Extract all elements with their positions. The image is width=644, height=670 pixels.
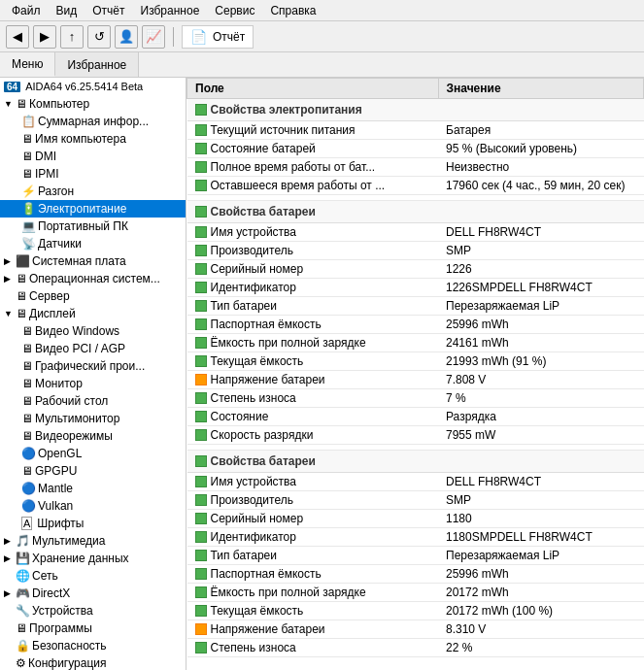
- sidebar-item-summary[interactable]: 📋 Суммарная инфор...: [0, 113, 186, 130]
- app-version-item[interactable]: 64 AIDA64 v6.25.5414 Beta: [0, 78, 186, 95]
- field-icon-2-0: [195, 476, 207, 487]
- gpu-icon: 🖥: [21, 359, 33, 373]
- field-icon-1-9: [195, 392, 207, 404]
- field-name-1-6: Ёмкость при полной зарядке: [211, 336, 366, 350]
- field-value-0-1: 95 % (Высокий уровень): [438, 140, 644, 158]
- sidebar-item-network[interactable]: 🌐 Сеть: [0, 567, 186, 585]
- sidebar-item-gpgpu[interactable]: 🖥 GPGPU: [0, 462, 186, 480]
- summary-icon: 📋: [21, 115, 36, 128]
- menu-report[interactable]: Отчёт: [85, 2, 132, 19]
- sidebar-item-monitor[interactable]: 🖥 Монитор: [0, 375, 186, 392]
- tab-menu[interactable]: Меню: [0, 52, 55, 77]
- user-button[interactable]: 👤: [115, 25, 138, 49]
- data-table: Поле Значение Свойства электропитанияТек…: [186, 78, 644, 657]
- sidebar-item-devices[interactable]: 🔧 Устройства: [0, 602, 186, 620]
- sidebar-item-security[interactable]: 🔒 Безопасность: [0, 637, 186, 654]
- sidebar-item-config[interactable]: ⚙ Конфигурация: [0, 654, 186, 670]
- sidebar-item-display[interactable]: ▼ 🖥 Дисплей: [0, 305, 186, 322]
- field-icon-2-8: [195, 623, 207, 635]
- menu-favorites[interactable]: Избранное: [133, 2, 208, 19]
- menu-service[interactable]: Сервис: [207, 2, 262, 19]
- refresh-button[interactable]: ↺: [87, 25, 111, 49]
- menu-file[interactable]: Файл: [4, 2, 49, 19]
- menu-help[interactable]: Справка: [262, 2, 323, 19]
- sidebar-item-dmi[interactable]: 🖥 DMI: [0, 148, 186, 165]
- sidebar-item-storage[interactable]: ▶ 💾 Хранение данных: [0, 550, 186, 567]
- field-name-1-2: Серийный номер: [211, 262, 304, 276]
- sidebar-item-videomodes[interactable]: 🖥 Видеорежимы: [0, 427, 186, 445]
- opengl-icon: 🔵: [21, 447, 36, 460]
- sidebar-label-video-windows: Видео Windows: [35, 324, 119, 338]
- sidebar-item-gpu[interactable]: 🖥 Графический прои...: [0, 357, 186, 375]
- sidebar-label-vulkan: Vulkan: [38, 499, 73, 513]
- forward-button[interactable]: ▶: [33, 25, 56, 49]
- field-name-0-2: Полное время работы от бат...: [211, 160, 376, 174]
- sidebar-item-opengl[interactable]: 🔵 OpenGL: [0, 445, 186, 462]
- sidebar-item-computer-name[interactable]: 🖥 Имя компьютера: [0, 130, 186, 148]
- field-name-2-2: Серийный номер: [211, 512, 304, 525]
- sidebar-label-desktop: Рабочий стол: [35, 394, 108, 408]
- ipmi-icon: 🖥: [21, 167, 33, 181]
- field-value-2-2: 1180: [438, 510, 644, 528]
- sidebar-item-razgon[interactable]: ⚡ Разгон: [0, 183, 186, 200]
- sidebar-item-server[interactable]: 🖥 Сервер: [0, 287, 186, 305]
- back-button[interactable]: ◀: [6, 25, 29, 49]
- sidebar-label-gpu: Графический прои...: [35, 359, 145, 373]
- sidebar-item-fonts[interactable]: A Шрифты: [0, 515, 186, 532]
- table-row: Оставшееся время работы от ...17960 сек …: [187, 177, 644, 195]
- sidebar-item-multimedia[interactable]: ▶ 🎵 Мультимедиа: [0, 532, 186, 550]
- field-value-0-0: Батарея: [438, 121, 644, 140]
- vm-icon: 🖥: [21, 429, 33, 443]
- sidebar-item-motherboard[interactable]: ▶ ⬛ Системная плата: [0, 252, 186, 270]
- report-icon: 📄: [190, 29, 207, 45]
- sidebar-label-mantle: Mantle: [38, 482, 73, 495]
- field-name-1-1: Производитель: [211, 244, 293, 257]
- field-icon-2-3: [195, 531, 207, 543]
- table-row: Имя устройстваDELL FH8RW4CT: [187, 473, 644, 491]
- sidebar-item-programs[interactable]: 🖥 Программы: [0, 620, 186, 637]
- sidebar-label-multimedia: Мультимедиа: [32, 534, 105, 548]
- sidebar-label-summary: Суммарная инфор...: [38, 115, 149, 128]
- desk-icon: 🖥: [21, 394, 33, 408]
- sidebar-item-video-windows[interactable]: 🖥 Видео Windows: [0, 322, 186, 340]
- field-icon-1-8: [195, 374, 207, 385]
- sidebar-item-computer[interactable]: ▼ 🖥 Компьютер: [0, 95, 186, 113]
- table-row: Состояние батарей95 % (Высокий уровень): [187, 140, 644, 158]
- sidebar-item-directx[interactable]: ▶ 🎮 DirectX: [0, 585, 186, 602]
- table-row: Ёмкость при полной зарядке20172 mWh: [187, 584, 644, 602]
- field-icon-1-10: [195, 411, 207, 422]
- table-row: Степень износа7 %: [187, 389, 644, 408]
- field-name-0-3: Оставшееся время работы от ...: [211, 179, 386, 192]
- portable-icon: 💻: [21, 219, 36, 233]
- sidebar-item-power[interactable]: 🔋 Электропитание: [0, 200, 186, 218]
- field-icon-2-4: [195, 550, 207, 561]
- field-name-2-3: Идентификатор: [211, 530, 296, 544]
- col-value: Значение: [438, 79, 644, 99]
- menu-view[interactable]: Вид: [49, 2, 85, 19]
- chart-button[interactable]: 📈: [142, 25, 165, 49]
- sidebar-item-ipmi[interactable]: 🖥 IPMI: [0, 165, 186, 183]
- sidebar-item-video-pci[interactable]: 🖥 Видео PCI / AGP: [0, 340, 186, 357]
- sidebar-item-mantle[interactable]: 🔵 Mantle: [0, 480, 186, 497]
- sidebar-label-multimonitor: Мультимонитор: [35, 412, 119, 425]
- sidebar-item-portable[interactable]: 💻 Портативный ПК: [0, 218, 186, 235]
- sidebar-item-vulkan[interactable]: 🔵 Vulkan: [0, 497, 186, 515]
- sidebar-item-os[interactable]: ▶ 🖥 Операционная систем...: [0, 270, 186, 287]
- table-row: Серийный номер1226: [187, 260, 644, 279]
- field-value-1-1: SMP: [438, 242, 644, 260]
- sidebar-item-desktop[interactable]: 🖥 Рабочий стол: [0, 392, 186, 410]
- motherboard-icon: ⬛: [16, 254, 30, 268]
- table-row: Паспортная ёмкость25996 mWh: [187, 316, 644, 334]
- sidebar-item-sensors[interactable]: 📡 Датчики: [0, 235, 186, 252]
- field-icon-2-1: [195, 494, 207, 506]
- table-row: Тип батареиПерезаряжаемая LiP: [187, 297, 644, 316]
- field-icon-0-0: [195, 124, 207, 136]
- col-field: Поле: [187, 79, 439, 99]
- field-name-2-6: Ёмкость при полной зарядке: [211, 586, 366, 599]
- up-button[interactable]: ↑: [60, 25, 84, 49]
- field-name-2-7: Текущая ёмкость: [211, 604, 304, 618]
- field-value-2-1: SMP: [438, 491, 644, 510]
- field-name-0-1: Состояние батарей: [211, 142, 316, 155]
- sidebar-item-multimonitor[interactable]: 🖥 Мультимонитор: [0, 410, 186, 427]
- tab-favorites[interactable]: Избранное: [55, 52, 139, 77]
